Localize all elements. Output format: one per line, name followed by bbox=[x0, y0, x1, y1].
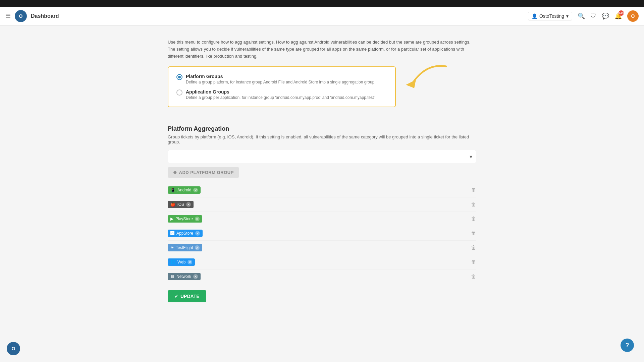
app-logo: O bbox=[15, 10, 27, 22]
table-row: ▶ PlayStore ✕ 🗑 bbox=[168, 212, 476, 226]
application-groups-content: Application Groups Define a group per ap… bbox=[186, 89, 376, 100]
appstore-label: AppStore bbox=[176, 231, 193, 236]
testflight-delete-button[interactable]: 🗑 bbox=[471, 245, 476, 251]
playstore-tag-group: ▶ PlayStore ✕ bbox=[168, 215, 202, 223]
platform-group-list: 📱 Android ✕ 🗑 🍎 iOS ✕ 🗑 bbox=[168, 183, 476, 284]
group-type-selector-box: Platform Groups Define a group platform,… bbox=[168, 66, 396, 107]
playstore-icon: ▶ bbox=[170, 217, 173, 221]
android-tag-group: 📱 Android ✕ bbox=[168, 186, 201, 194]
testflight-tag: ✈ TestFlight ✕ bbox=[168, 244, 202, 251]
web-icon: 🌐 bbox=[170, 260, 175, 264]
android-delete-button[interactable]: 🗑 bbox=[471, 187, 476, 193]
application-groups-option[interactable]: Application Groups Define a group per ap… bbox=[176, 89, 387, 100]
svg-marker-0 bbox=[406, 80, 416, 88]
arrow-svg bbox=[392, 60, 453, 107]
platform-groups-label: Platform Groups bbox=[186, 74, 376, 79]
ios-delete-button[interactable]: 🗑 bbox=[471, 201, 476, 207]
web-remove-icon[interactable]: ✕ bbox=[187, 260, 192, 264]
android-tag: 📱 Android ✕ bbox=[168, 186, 201, 194]
org-name: OstoTesting bbox=[539, 13, 564, 19]
update-button[interactable]: ✓ UPDATE bbox=[168, 290, 206, 302]
appstore-delete-button[interactable]: 🗑 bbox=[471, 230, 476, 236]
section-desc: Group tickets by platform (e.g. iOS, And… bbox=[168, 134, 476, 144]
ios-label: iOS bbox=[177, 202, 184, 207]
platform-aggregation-section: Platform Aggregation Group tickets by pl… bbox=[168, 125, 476, 302]
appstore-remove-icon[interactable]: ✕ bbox=[195, 231, 200, 236]
add-plus-icon: ⊕ bbox=[173, 170, 177, 175]
network-tag: 🖥 Network ✕ bbox=[168, 273, 201, 280]
testflight-icon: ✈ bbox=[170, 245, 174, 250]
platform-groups-desc: Define a group platform, for instance gr… bbox=[186, 80, 376, 84]
shield-icon-btn[interactable]: 🛡 bbox=[590, 12, 596, 19]
appstore-tag: 🅰 AppStore ✕ bbox=[168, 230, 203, 237]
network-icon: 🖥 bbox=[170, 274, 174, 279]
network-label: Network bbox=[176, 274, 191, 279]
annotation-arrow bbox=[396, 66, 456, 107]
testflight-tag-group: ✈ TestFlight ✕ bbox=[168, 244, 202, 251]
network-remove-icon[interactable]: ✕ bbox=[193, 274, 198, 279]
platform-groups-option[interactable]: Platform Groups Define a group platform,… bbox=[176, 74, 387, 84]
web-label: Web bbox=[177, 260, 185, 264]
platform-dropdown-wrapper: ▾ bbox=[168, 150, 476, 163]
user-avatar[interactable]: O bbox=[627, 10, 639, 22]
header: ☰ O Dashboard 👤 OstoTesting ▾ 🔍 🛡 💬 🔔 44… bbox=[0, 7, 644, 25]
search-icon-btn[interactable]: 🔍 bbox=[578, 12, 585, 20]
appstore-tag-group: 🅰 AppStore ✕ bbox=[168, 230, 203, 237]
table-row: 📱 Android ✕ 🗑 bbox=[168, 183, 476, 197]
intro-text: Use this menu to configure how to agg ag… bbox=[168, 39, 476, 60]
table-row: 🖥 Network ✕ 🗑 bbox=[168, 269, 476, 284]
notification-btn[interactable]: 🔔 449 bbox=[614, 12, 622, 20]
web-tag: 🌐 Web ✕ bbox=[168, 258, 195, 266]
check-icon: ✓ bbox=[174, 294, 178, 299]
table-row: ✈ TestFlight ✕ 🗑 bbox=[168, 241, 476, 255]
ios-tag-group: 🍎 iOS ✕ bbox=[168, 201, 194, 208]
android-icon: 📱 bbox=[170, 188, 175, 192]
org-icon: 👤 bbox=[532, 13, 537, 19]
platform-groups-content: Platform Groups Define a group platform,… bbox=[186, 74, 376, 84]
ios-tag: 🍎 iOS ✕ bbox=[168, 201, 194, 208]
chat-icon-btn[interactable]: 💬 bbox=[602, 12, 609, 20]
top-bar bbox=[0, 0, 644, 7]
android-remove-icon[interactable]: ✕ bbox=[193, 188, 198, 192]
application-groups-radio[interactable] bbox=[176, 89, 182, 96]
platform-groups-radio[interactable] bbox=[176, 74, 182, 80]
table-row: 🌐 Web ✕ 🗑 bbox=[168, 255, 476, 269]
header-title: Dashboard bbox=[31, 13, 59, 19]
appstore-icon: 🅰 bbox=[170, 231, 174, 236]
ios-remove-icon[interactable]: ✕ bbox=[186, 202, 191, 207]
table-row: 🅰 AppStore ✕ 🗑 bbox=[168, 226, 476, 241]
header-right: 👤 OstoTesting ▾ 🔍 🛡 💬 🔔 449 O bbox=[528, 10, 639, 22]
application-groups-label: Application Groups bbox=[186, 89, 376, 95]
add-platform-group-label: ADD PLATFORM GROUP bbox=[179, 170, 234, 175]
web-delete-button[interactable]: 🗑 bbox=[471, 259, 476, 265]
playstore-delete-button[interactable]: 🗑 bbox=[471, 216, 476, 222]
update-button-label: UPDATE bbox=[180, 294, 200, 299]
notification-badge: 449 bbox=[619, 10, 624, 16]
network-tag-group: 🖥 Network ✕ bbox=[168, 273, 201, 280]
testflight-remove-icon[interactable]: ✕ bbox=[195, 245, 200, 250]
org-dropdown-icon: ▾ bbox=[566, 13, 569, 19]
add-platform-group-button[interactable]: ⊕ ADD PLATFORM GROUP bbox=[168, 167, 239, 178]
platform-dropdown[interactable] bbox=[168, 150, 476, 163]
testflight-label: TestFlight bbox=[176, 245, 193, 250]
org-selector[interactable]: 👤 OstoTesting ▾ bbox=[528, 12, 572, 20]
ios-icon: 🍎 bbox=[170, 202, 175, 207]
playstore-label: PlayStore bbox=[175, 217, 193, 221]
menu-icon[interactable]: ☰ bbox=[5, 12, 11, 20]
web-tag-group: 🌐 Web ✕ bbox=[168, 258, 195, 266]
main-content: Use this menu to configure how to agg ag… bbox=[161, 32, 483, 322]
table-row: 🍎 iOS ✕ 🗑 bbox=[168, 197, 476, 212]
application-groups-desc: Define a group per application, for inst… bbox=[186, 95, 376, 100]
playstore-tag: ▶ PlayStore ✕ bbox=[168, 215, 202, 223]
header-left: ☰ O Dashboard bbox=[5, 10, 59, 22]
network-delete-button[interactable]: 🗑 bbox=[471, 274, 476, 280]
android-label: Android bbox=[177, 188, 191, 192]
section-title: Platform Aggregation bbox=[168, 125, 476, 132]
playstore-remove-icon[interactable]: ✕ bbox=[195, 217, 200, 221]
